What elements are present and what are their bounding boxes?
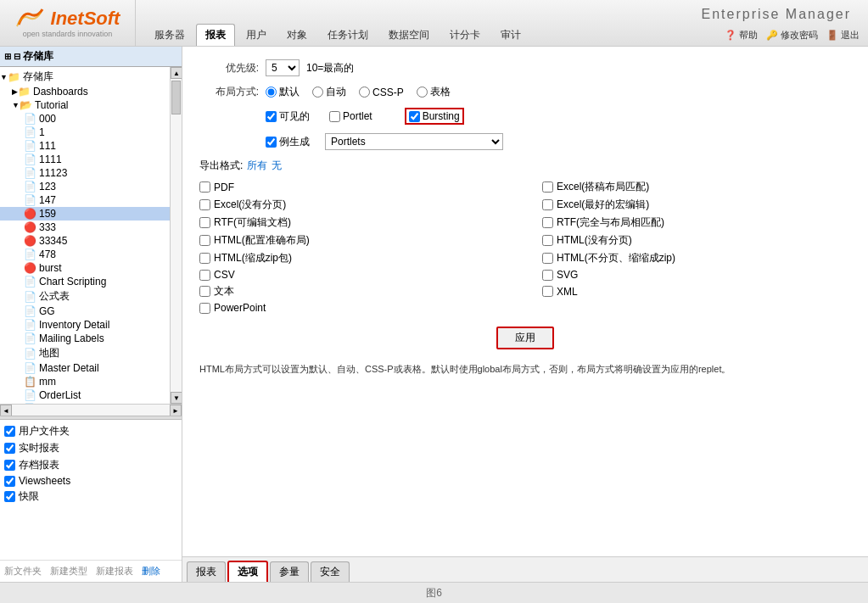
export-left-6[interactable]: 文本 bbox=[199, 284, 508, 299]
tree-item-tutorial[interactable]: ▼ 📂Tutorial bbox=[0, 98, 170, 112]
bursting-checkbox[interactable] bbox=[409, 111, 420, 122]
scroll-thumb[interactable] bbox=[171, 81, 181, 114]
tree-item-478[interactable]: 📄478 bbox=[0, 248, 170, 261]
tree-item-ditu[interactable]: 📄地图 bbox=[0, 345, 170, 361]
action-帮助[interactable]: ❓ 帮助 bbox=[725, 29, 758, 42]
tree-item-123[interactable]: 📄123 bbox=[0, 180, 170, 193]
nav-tab-对象[interactable]: 对象 bbox=[277, 24, 316, 46]
hscroll-left-btn[interactable]: ◄ bbox=[0, 405, 12, 416]
tree-item-000[interactable]: 📄000 bbox=[0, 112, 170, 126]
export-left-3[interactable]: HTML(配置准确布局) bbox=[199, 233, 508, 248]
tree-item-burst[interactable]: 🔴burst bbox=[0, 261, 170, 275]
tree-item-chart_scripting[interactable]: 📄Chart Scripting bbox=[0, 275, 170, 288]
tree-item-mailing_labels[interactable]: 📄Mailing Labels bbox=[0, 332, 170, 345]
visible-checkbox[interactable] bbox=[266, 111, 277, 122]
export-cb-right-4[interactable] bbox=[542, 253, 553, 264]
action-修改密码[interactable]: 🔑 修改密码 bbox=[766, 29, 818, 42]
layout-cssp-radio[interactable] bbox=[359, 87, 370, 98]
export-none-link[interactable]: 无 bbox=[272, 159, 282, 173]
export-cb-right-5[interactable] bbox=[542, 270, 553, 281]
nav-tab-审计[interactable]: 审计 bbox=[491, 24, 530, 46]
bottom-checkbox-快限[interactable]: 快限 bbox=[4, 489, 177, 504]
export-left-1[interactable]: Excel(没有分页) bbox=[199, 198, 508, 212]
tree-item-gongshib[interactable]: 📄公式表 bbox=[0, 288, 170, 304]
bottom-checkbox-存档报表[interactable]: 存档报表 bbox=[4, 458, 177, 472]
priority-select[interactable]: 51234 678910 bbox=[266, 59, 300, 76]
export-cb-left-2[interactable] bbox=[199, 217, 210, 228]
export-right-6[interactable]: XML bbox=[542, 284, 851, 299]
generate-checkbox[interactable] bbox=[266, 137, 277, 148]
tree-item-inventory_detail[interactable]: 📄Inventory Detail bbox=[0, 318, 170, 332]
export-left-5[interactable]: CSV bbox=[199, 269, 508, 281]
layout-cssp[interactable]: CSS-P bbox=[359, 87, 404, 98]
export-cb-right-1[interactable] bbox=[542, 199, 553, 210]
layout-default-radio[interactable] bbox=[266, 87, 277, 98]
portlet-checkbox[interactable] bbox=[329, 111, 340, 122]
layout-table-radio[interactable] bbox=[417, 87, 428, 98]
nav-tab-服务器[interactable]: 服务器 bbox=[145, 24, 194, 46]
layout-auto-radio[interactable] bbox=[312, 87, 323, 98]
cb-快限[interactable] bbox=[4, 491, 15, 502]
portlet-checkbox-label[interactable]: Portlet bbox=[329, 110, 372, 122]
collapse-all-icon[interactable]: ⊟ bbox=[14, 52, 20, 61]
bottom-action-删除[interactable]: 删除 bbox=[142, 565, 160, 578]
export-cb-left-5[interactable] bbox=[199, 270, 210, 281]
tree-item-master_detail[interactable]: 📄Master Detail bbox=[0, 361, 170, 375]
export-right-5[interactable]: SVG bbox=[542, 269, 851, 281]
export-cb-right-0[interactable] bbox=[542, 181, 553, 193]
export-right-7[interactable] bbox=[542, 302, 851, 314]
bottom-checkbox-Viewsheets[interactable]: Viewsheets bbox=[4, 475, 177, 487]
cb-用户文件夹[interactable] bbox=[4, 426, 15, 437]
tree-item-111[interactable]: 📄111 bbox=[0, 139, 170, 153]
tree-item-mm[interactable]: 📋mm bbox=[0, 375, 170, 388]
bottom-checkbox-用户文件夹[interactable]: 用户文件夹 bbox=[4, 424, 177, 438]
scroll-down-btn[interactable]: ▼ bbox=[171, 392, 182, 404]
export-cb-left-3[interactable] bbox=[199, 235, 210, 246]
tree-item-orderlist[interactable]: 📄OrderList bbox=[0, 388, 170, 402]
cb-实时报表[interactable] bbox=[4, 443, 15, 454]
tree-item-gg[interactable]: 📄GG bbox=[0, 304, 170, 318]
export-right-2[interactable]: RTF(完全与布局相匹配) bbox=[542, 215, 851, 230]
export-cb-right-2[interactable] bbox=[542, 217, 553, 228]
bottom-tab-选项[interactable]: 选项 bbox=[227, 561, 268, 582]
export-right-0[interactable]: Excel(搭稿布局匹配) bbox=[542, 180, 851, 194]
nav-tab-用户[interactable]: 用户 bbox=[237, 24, 276, 46]
visible-checkbox-label[interactable]: 可见的 bbox=[266, 109, 310, 124]
tree-item-33345[interactable]: 🔴33345 bbox=[0, 234, 170, 248]
nav-tab-计分卡[interactable]: 计分卡 bbox=[440, 24, 490, 46]
nav-tab-任务计划[interactable]: 任务计划 bbox=[318, 24, 378, 46]
tree-item-147[interactable]: 📄147 bbox=[0, 193, 170, 207]
export-cb-left-6[interactable] bbox=[199, 286, 210, 297]
bottom-tab-安全[interactable]: 安全 bbox=[311, 561, 350, 582]
export-cb-left-0[interactable] bbox=[199, 181, 210, 193]
export-cb-right-6[interactable] bbox=[542, 286, 553, 297]
nav-tab-报表[interactable]: 报表 bbox=[196, 24, 235, 46]
tree-item-11123[interactable]: 📄11123 bbox=[0, 166, 170, 180]
tree-item-root[interactable]: ▼ 📁存储库 bbox=[0, 69, 170, 85]
export-cb-left-4[interactable] bbox=[199, 253, 210, 264]
export-right-3[interactable]: HTML(没有分页) bbox=[542, 233, 851, 248]
export-left-4[interactable]: HTML(缩成zip包) bbox=[199, 251, 508, 265]
generate-checkbox-label[interactable]: 例生成 bbox=[266, 135, 310, 149]
layout-auto[interactable]: 自动 bbox=[312, 85, 346, 99]
export-left-0[interactable]: PDF bbox=[199, 180, 508, 194]
export-left-7[interactable]: PowerPoint bbox=[199, 302, 508, 314]
cb-Viewsheets[interactable] bbox=[4, 476, 15, 487]
export-left-2[interactable]: RTF(可编辑文档) bbox=[199, 215, 508, 230]
export-cb-left-1[interactable] bbox=[199, 199, 210, 210]
export-right-1[interactable]: Excel(最好的宏编辑) bbox=[542, 198, 851, 212]
export-all-link[interactable]: 所有 bbox=[247, 159, 267, 173]
bottom-tab-参量[interactable]: 参量 bbox=[270, 561, 309, 582]
tree-item-1111[interactable]: 📄1111 bbox=[0, 153, 170, 166]
apply-button[interactable]: 应用 bbox=[496, 327, 554, 349]
cb-存档报表[interactable] bbox=[4, 460, 15, 471]
scroll-up-btn[interactable]: ▲ bbox=[171, 67, 182, 79]
export-right-4[interactable]: HTML(不分页、缩缩成zip) bbox=[542, 251, 851, 265]
tree-item-159[interactable]: 🔴159 bbox=[0, 207, 170, 221]
tree-item-1[interactable]: 📄1 bbox=[0, 126, 170, 139]
portlets-select[interactable]: Portlets bbox=[325, 133, 503, 150]
nav-tab-数据空间[interactable]: 数据空间 bbox=[379, 24, 439, 46]
export-cb-right-3[interactable] bbox=[542, 235, 553, 246]
bottom-tab-报表[interactable]: 报表 bbox=[187, 561, 226, 582]
expand-all-icon[interactable]: ⊞ bbox=[4, 52, 11, 61]
